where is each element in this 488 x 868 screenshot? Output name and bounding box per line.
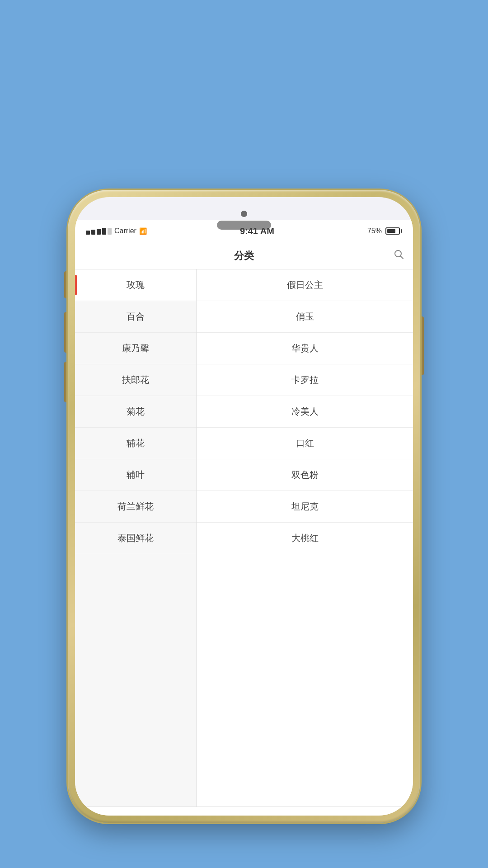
left-category-item[interactable]: 康乃馨 — [75, 333, 196, 364]
right-subcategory-item[interactable]: 俏玉 — [197, 301, 413, 333]
right-subcategory-panel: 假日公主俏玉华贵人卡罗拉冷美人口红双色粉坦尼克大桃红 — [197, 269, 413, 807]
status-right: 75% — [367, 227, 402, 235]
left-category-item[interactable]: 扶郎花 — [75, 364, 196, 396]
left-category-item[interactable]: 荷兰鲜花 — [75, 491, 196, 523]
right-subcategory-item[interactable]: 口红 — [197, 428, 413, 459]
right-subcategory-item[interactable]: 双色粉 — [197, 459, 413, 491]
tab-bar — [75, 807, 413, 816]
category-list: 玫瑰百合康乃馨扶郎花菊花辅花辅叶荷兰鲜花泰国鲜花 假日公主俏玉华贵人卡罗拉冷美人… — [75, 269, 413, 807]
nav-title: 分类 — [234, 249, 254, 263]
right-subcategory-item[interactable]: 假日公主 — [197, 269, 413, 301]
search-button[interactable] — [394, 250, 404, 262]
signal-dot-3 — [97, 229, 101, 235]
signal-dot-2 — [91, 230, 95, 235]
carrier-label: Carrier — [114, 227, 136, 235]
right-subcategory-item[interactable]: 坦尼克 — [197, 491, 413, 523]
phone-screen: Carrier 📶 9:41 AM 75% 分类 — [75, 197, 413, 816]
right-subcategory-item[interactable]: 华贵人 — [197, 333, 413, 364]
signal-dot-4 — [102, 228, 106, 235]
side-button-power — [420, 316, 424, 375]
left-category-item[interactable]: 菊花 — [75, 396, 196, 428]
side-button-vol-down — [64, 362, 68, 402]
right-subcategory-item[interactable]: 卡罗拉 — [197, 364, 413, 396]
front-camera — [241, 211, 247, 217]
svg-line-1 — [401, 256, 404, 259]
status-left: Carrier 📶 — [86, 227, 147, 235]
left-category-item[interactable]: 辅叶 — [75, 459, 196, 491]
phone-mockup: Carrier 📶 9:41 AM 75% 分类 — [68, 190, 420, 823]
nav-bar: 分类 — [75, 242, 413, 269]
left-category-panel: 玫瑰百合康乃馨扶郎花菊花辅花辅叶荷兰鲜花泰国鲜花 — [75, 269, 197, 807]
side-button-mute — [64, 271, 68, 298]
side-button-vol-up — [64, 312, 68, 353]
left-category-item[interactable]: 辅花 — [75, 428, 196, 459]
left-category-item[interactable]: 玫瑰 — [75, 269, 196, 301]
battery-percent: 75% — [367, 227, 382, 235]
signal-dot-5 — [108, 228, 112, 235]
speaker-grille — [217, 221, 271, 230]
phone-top-hardware — [217, 211, 271, 230]
signal-dot-1 — [86, 231, 90, 235]
signal-strength — [86, 228, 112, 235]
right-subcategory-item[interactable]: 冷美人 — [197, 396, 413, 428]
wifi-icon: 📶 — [139, 227, 147, 235]
left-category-item[interactable]: 百合 — [75, 301, 196, 333]
left-category-item[interactable]: 泰国鲜花 — [75, 523, 196, 554]
battery-icon — [385, 227, 402, 235]
right-subcategory-item[interactable]: 大桃红 — [197, 523, 413, 554]
